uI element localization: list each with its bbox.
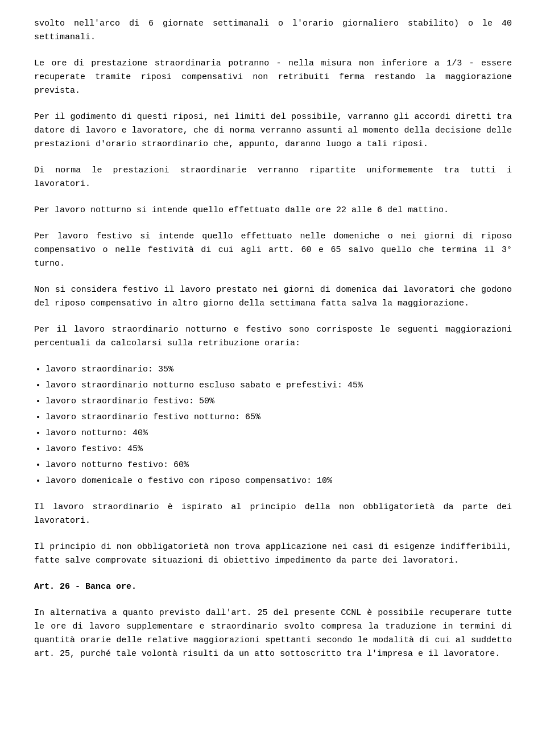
paragraph-5: Per lavoro notturno si intende quello ef… xyxy=(34,204,512,217)
paragraph-4: Di norma le prestazioni straordinarie ve… xyxy=(34,164,512,191)
page-container: svolto nell'arco di 6 giornate settimana… xyxy=(0,0,546,756)
list-item: lavoro domenicale o festivo con riposo c… xyxy=(46,474,512,488)
paragraph-11: In alternativa a quanto previsto dall'ar… xyxy=(34,606,512,661)
article-heading: Art. 26 - Banca ore. xyxy=(34,580,512,594)
paragraph-3: Per il godimento di questi riposi, nei l… xyxy=(34,110,512,151)
paragraph-1: svolto nell'arco di 6 giornate settimana… xyxy=(34,17,512,44)
list-item: lavoro notturno festivo: 60% xyxy=(46,458,512,472)
paragraph-7: Non si considera festivo il lavoro prest… xyxy=(34,283,512,311)
list-item: lavoro straordinario festivo: 50% xyxy=(46,395,512,408)
paragraph-6: Per lavoro festivo si intende quello eff… xyxy=(34,230,512,271)
paragraph-10: Il principio di non obbligatorietà non t… xyxy=(34,540,512,568)
list-item: lavoro straordinario notturno escluso sa… xyxy=(46,379,512,393)
list-item: lavoro festivo: 45% xyxy=(46,443,512,456)
paragraph-9: Il lavoro straordinario è ispirato al pr… xyxy=(34,501,512,528)
bullet-list: lavoro straordinario: 35%lavoro straordi… xyxy=(34,363,512,488)
paragraph-8: Per il lavoro straordinario notturno e f… xyxy=(34,323,512,350)
list-item: lavoro straordinario: 35% xyxy=(46,363,512,377)
paragraph-2: Le ore di prestazione straordinaria potr… xyxy=(34,57,512,98)
list-item: lavoro notturno: 40% xyxy=(46,427,512,440)
list-item: lavoro straordinario festivo notturno: 6… xyxy=(46,411,512,424)
